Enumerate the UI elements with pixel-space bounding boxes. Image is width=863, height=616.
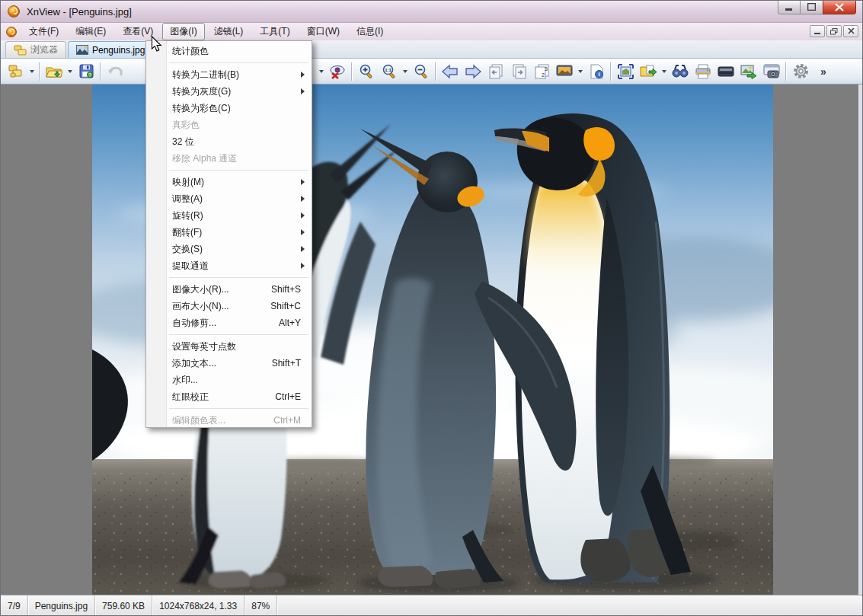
menu-item-canvas-size[interactable]: 画布大小(N)...Shift+C bbox=[146, 298, 312, 314]
next-image-button[interactable] bbox=[462, 61, 484, 82]
status-filesize: 759.60 KB bbox=[95, 595, 152, 616]
menubar-item-edit[interactable]: 编辑(E) bbox=[68, 23, 113, 40]
convert-image-icon bbox=[740, 64, 757, 79]
menu-item-true-color: 真彩色 bbox=[146, 116, 312, 133]
open-file-button[interactable] bbox=[43, 61, 65, 82]
menu-item-add-text[interactable]: 添加文本...Shift+T bbox=[146, 355, 312, 372]
move-copy-button[interactable] bbox=[638, 61, 659, 82]
previous-image-button[interactable] bbox=[439, 61, 461, 82]
menu-item-map[interactable]: 映射(M) bbox=[146, 174, 312, 190]
pages-icon: 32 bbox=[534, 64, 550, 79]
slideshow-dropdown[interactable] bbox=[576, 61, 585, 82]
menu-item-flip[interactable]: 翻转(F) bbox=[146, 224, 312, 241]
app-logo-icon[interactable] bbox=[7, 5, 21, 18]
fullscreen-button[interactable] bbox=[615, 61, 636, 82]
menu-separator bbox=[146, 331, 312, 338]
tab-browser[interactable]: 浏览器 bbox=[5, 41, 66, 58]
zoom-in-button[interactable] bbox=[356, 61, 377, 82]
last-image-button[interactable] bbox=[508, 61, 529, 82]
open-file-dropdown[interactable] bbox=[66, 61, 75, 82]
menu-item-swap[interactable]: 交换(S) bbox=[146, 241, 312, 257]
menu-item-image-size[interactable]: 图像大小(R)...Shift+S bbox=[146, 281, 312, 298]
menubar-item-file[interactable]: 文件(F) bbox=[21, 23, 66, 40]
mdi-restore-button[interactable] bbox=[826, 25, 842, 37]
image-info-button[interactable]: i bbox=[586, 61, 607, 82]
close-button[interactable] bbox=[823, 0, 856, 14]
tab-penguins-jpg[interactable]: Penguins.jpg bbox=[68, 41, 153, 58]
chevron-down-icon bbox=[403, 70, 408, 73]
more-buttons-chevron[interactable]: » bbox=[813, 61, 834, 82]
browser-panes-icon bbox=[8, 64, 24, 79]
menubar-item-window[interactable]: 窗口(W) bbox=[299, 23, 347, 40]
move-copy-dropdown[interactable] bbox=[660, 61, 669, 82]
titlebar[interactable]: XnView - [Penguins.jpg] bbox=[1, 1, 862, 23]
menubar-item-image[interactable]: 图像(I) bbox=[162, 23, 204, 40]
mdi-close-button[interactable] bbox=[843, 25, 858, 37]
svg-text:3: 3 bbox=[545, 66, 548, 72]
mdi-minimize-button[interactable] bbox=[810, 25, 825, 37]
zoom-actual-size-button[interactable]: 1:1 bbox=[379, 61, 400, 82]
menubar-item-tools[interactable]: 工具(T) bbox=[252, 23, 297, 40]
menu-item-set-dpi[interactable]: 设置每英寸点数 bbox=[146, 338, 312, 355]
gear-icon bbox=[793, 63, 809, 79]
fullscreen-icon bbox=[618, 64, 634, 79]
menu-item-convert-to-binary[interactable]: 转换为二进制(B) bbox=[146, 66, 312, 83]
submenu-arrow-icon bbox=[301, 212, 305, 219]
submenu-arrow-icon bbox=[301, 88, 305, 94]
svg-text:2: 2 bbox=[542, 72, 545, 78]
mdi-document-icon[interactable] bbox=[5, 26, 18, 38]
browser-panes-dropdown[interactable] bbox=[27, 61, 37, 82]
acquire-scan-button[interactable] bbox=[715, 61, 737, 82]
submenu-arrow-icon bbox=[301, 263, 305, 269]
menubar: 文件(F) 编辑(E) 查看(V) 图像(I) 滤镜(L) 工具(T) 窗口(W… bbox=[1, 23, 862, 40]
red-eye-removal-button[interactable] bbox=[327, 61, 348, 82]
screen-capture-button[interactable] bbox=[761, 61, 782, 82]
zoom-in-icon bbox=[359, 63, 375, 79]
search-button[interactable] bbox=[670, 61, 691, 82]
maximize-button[interactable] bbox=[801, 0, 823, 14]
menu-item-count-colors[interactable]: 统计颜色 bbox=[146, 43, 312, 59]
menubar-item-filter[interactable]: 滤镜(L) bbox=[206, 23, 251, 40]
browser-panes-button[interactable] bbox=[5, 61, 27, 82]
svg-text:?: ? bbox=[88, 72, 91, 78]
settings-button[interactable] bbox=[790, 61, 811, 82]
menu-item-rotate[interactable]: 旋转(R) bbox=[146, 207, 312, 224]
last-page-icon bbox=[511, 64, 527, 79]
status-dimensions: 1024x768x24, 1.33 bbox=[152, 595, 245, 616]
arrow-cursor-icon bbox=[151, 36, 162, 53]
status-filename: Penguins.jpg bbox=[28, 595, 95, 616]
menu-item-convert-to-grayscale[interactable]: 转换为灰度(G) bbox=[146, 83, 312, 100]
menu-item-convert-to-color[interactable]: 转换为彩色(C) bbox=[146, 100, 312, 116]
view-mode-dropdown[interactable] bbox=[317, 61, 326, 82]
save-button[interactable]: ? bbox=[75, 61, 97, 82]
menu-item-auto-crop[interactable]: 自动修剪...Alt+Y bbox=[146, 314, 312, 331]
image-viewer-area[interactable] bbox=[1, 85, 862, 595]
submenu-arrow-icon bbox=[301, 196, 305, 202]
submenu-arrow-icon bbox=[301, 179, 305, 185]
folders-icon bbox=[14, 45, 27, 56]
mouse-cursor bbox=[151, 36, 162, 56]
page-select-button[interactable]: 32 bbox=[531, 61, 552, 82]
minimize-button[interactable] bbox=[778, 0, 801, 14]
print-button[interactable] bbox=[692, 61, 714, 82]
mdi-close-icon bbox=[848, 28, 855, 34]
toolbar-separator bbox=[39, 62, 40, 81]
mdi-restore-icon bbox=[830, 28, 838, 35]
menubar-item-info[interactable]: 信息(I) bbox=[349, 23, 391, 40]
menu-item-32-bit[interactable]: 32 位 bbox=[146, 133, 312, 150]
convert-button[interactable] bbox=[738, 61, 759, 82]
info-page-icon: i bbox=[590, 64, 604, 79]
menu-item-adjust[interactable]: 调整(A) bbox=[146, 190, 312, 207]
window-resize-edge[interactable] bbox=[858, 85, 862, 595]
menu-item-extract-channel[interactable]: 提取通道 bbox=[146, 257, 312, 274]
zoom-out-button[interactable] bbox=[411, 61, 432, 82]
zoom-dropdown[interactable] bbox=[401, 61, 410, 82]
slideshow-button[interactable] bbox=[554, 61, 575, 82]
scanner-icon bbox=[718, 65, 734, 78]
arrow-right-icon bbox=[464, 64, 482, 79]
first-image-button[interactable] bbox=[485, 61, 507, 82]
tabbar: 浏览器 Penguins.jpg bbox=[1, 40, 862, 59]
red-eye-icon bbox=[329, 64, 346, 79]
menu-item-watermark[interactable]: 水印... bbox=[146, 372, 312, 388]
menu-item-red-eye-correction[interactable]: 红眼校正Ctrl+E bbox=[146, 388, 312, 405]
